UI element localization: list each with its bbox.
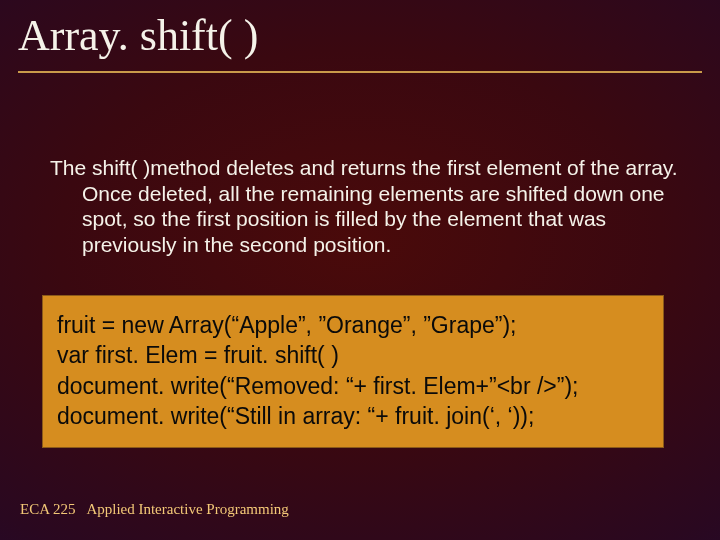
code-example-box: fruit = new Array(“Apple”, ”Orange”, ”Gr… — [42, 295, 664, 448]
footer: ECA 225 Applied Interactive Programming — [20, 501, 289, 518]
slide: Array. shift( ) The shift( )method delet… — [0, 0, 720, 540]
slide-title: Array. shift( ) — [18, 10, 702, 73]
code-line-1: fruit = new Array(“Apple”, ”Orange”, ”Gr… — [57, 310, 649, 340]
footer-course-name: Applied Interactive Programming — [86, 501, 288, 517]
code-line-3: document. write(“Removed: “+ first. Elem… — [57, 371, 649, 401]
footer-course-code: ECA 225 — [20, 501, 75, 517]
paragraph-text: The shift( )method deletes and returns t… — [50, 155, 680, 257]
code-line-2: var first. Elem = fruit. shift( ) — [57, 340, 649, 370]
code-line-4: document. write(“Still in array: “+ frui… — [57, 401, 649, 431]
body-paragraph: The shift( )method deletes and returns t… — [50, 155, 680, 257]
